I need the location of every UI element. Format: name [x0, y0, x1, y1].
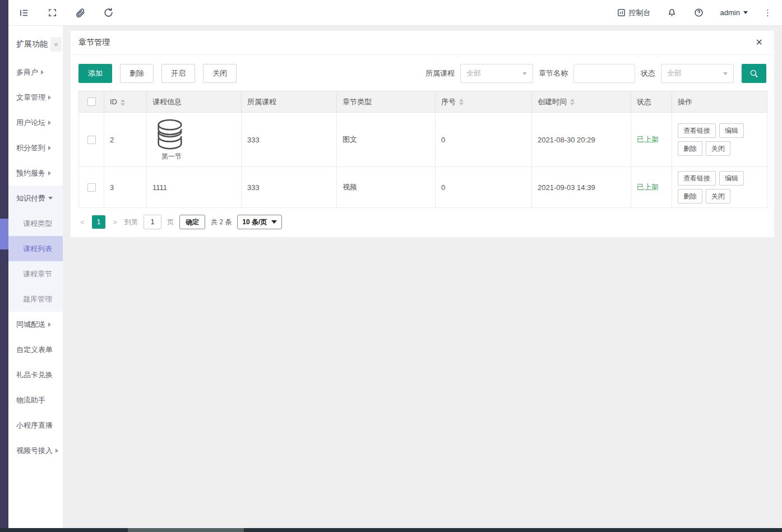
console-button[interactable]: 控制台	[617, 8, 651, 18]
status-filter-label: 状态	[641, 68, 655, 78]
horizontal-scrollbar-thumb[interactable]	[128, 528, 244, 532]
horizontal-scrollbar[interactable]	[0, 528, 782, 532]
sort-icon[interactable]	[121, 99, 125, 106]
col-course-info: 课程信息	[152, 98, 182, 106]
notification-bell-icon[interactable]	[667, 7, 678, 18]
prev-page-button[interactable]: <	[78, 218, 86, 226]
sort-icon[interactable]	[459, 99, 464, 105]
arrow-right-icon	[41, 70, 44, 75]
view-link-button[interactable]: 查看链接	[678, 123, 716, 138]
cell-id: 2	[104, 113, 147, 167]
link-icon[interactable]	[75, 7, 86, 18]
status-badge: 已上架	[637, 135, 659, 144]
cell-type: 图文	[337, 113, 436, 167]
delete-row-button[interactable]: 删除	[678, 189, 702, 203]
chevron-down-icon	[522, 72, 527, 75]
sidebar-item-gift-card[interactable]: 礼品卡兑换	[8, 362, 63, 387]
arrow-down-icon	[48, 197, 53, 200]
table-row: 2 第	[79, 113, 767, 167]
arrow-right-icon	[48, 171, 51, 175]
menu-fold-icon[interactable]	[18, 7, 30, 18]
arrow-right-icon	[48, 95, 51, 100]
sidebar-collapse-button[interactable]: «	[50, 37, 62, 52]
chapter-thumbnail-database-doodle	[154, 118, 186, 152]
sidebar-item-knowledge-pay[interactable]: 知识付费	[8, 186, 63, 211]
sidebar-item-multi-merchant[interactable]: 多商户	[8, 59, 63, 85]
search-button[interactable]	[742, 64, 766, 83]
left-rail	[0, 0, 8, 532]
view-link-button[interactable]: 查看链接	[678, 171, 716, 186]
chapter-management-panel: 章节管理 ✕ 添加 删除 开启 关闭 所属课程 全部 章节名称 状态 全部	[71, 31, 774, 237]
goto-label: 到第	[124, 218, 138, 227]
sidebar-item-miniapp-live[interactable]: 小程序直播	[8, 413, 63, 438]
sidebar-item-booking-service[interactable]: 预约服务	[8, 160, 63, 186]
col-seq: 序号	[441, 98, 456, 106]
sidebar-item-custom-form[interactable]: 自定义表单	[8, 337, 63, 362]
sidebar-subitem-question-bank[interactable]: 题库管理	[8, 286, 63, 312]
delete-row-button[interactable]: 删除	[678, 141, 702, 156]
user-menu[interactable]: admin	[720, 8, 748, 17]
total-count-label: 共 2 条	[211, 218, 232, 227]
col-ops: 操作	[678, 98, 692, 106]
close-icon[interactable]: ✕	[756, 38, 763, 47]
col-status: 状态	[637, 98, 651, 106]
help-icon[interactable]	[693, 7, 705, 18]
per-page-select[interactable]: 10 条/页	[237, 215, 282, 229]
sidebar-subitem-course-list[interactable]: 课程列表	[8, 236, 63, 261]
goto-page-input[interactable]	[144, 215, 161, 229]
sidebar-item-city-delivery[interactable]: 同城配送	[8, 312, 63, 337]
chapter-name-label: 章节名称	[539, 68, 568, 78]
add-button[interactable]: 添加	[78, 64, 112, 83]
chapter-name-input[interactable]	[573, 64, 635, 83]
current-page-button[interactable]: 1	[92, 215, 105, 229]
close-row-button[interactable]: 关闭	[706, 189, 730, 203]
sidebar-subitem-course-type[interactable]: 课程类型	[8, 211, 63, 236]
row-checkbox[interactable]	[87, 136, 96, 144]
topbar: 控制台 admin ⋮	[8, 0, 782, 26]
chevron-down-icon	[271, 220, 277, 224]
sidebar-item-logistics[interactable]: 物流助手	[8, 387, 63, 413]
sidebar-item-points-checkin[interactable]: 积分签到	[8, 135, 63, 160]
toolbar: 添加 删除 开启 关闭 所属课程 全部 章节名称 状态 全部	[71, 55, 774, 91]
arrow-right-icon	[55, 448, 58, 453]
delete-button[interactable]: 删除	[120, 64, 154, 83]
pagination: < 1 > 到第 页 确定 共 2 条 10 条/页	[78, 215, 766, 229]
row-checkbox[interactable]	[87, 183, 96, 192]
sidebar-item-article-mgmt[interactable]: 文章管理	[8, 85, 63, 110]
select-all-checkbox[interactable]	[87, 98, 96, 106]
cell-course: 333	[242, 113, 337, 167]
edit-button[interactable]: 编辑	[719, 123, 744, 138]
cell-created: 2021-08-30 20:29	[532, 113, 631, 167]
next-page-button[interactable]: >	[111, 218, 119, 226]
col-chapter-type: 章节类型	[343, 98, 372, 106]
col-course: 所属课程	[247, 98, 276, 106]
arrow-right-icon	[48, 121, 51, 125]
col-created: 创建时间	[538, 98, 567, 106]
edit-button[interactable]: 编辑	[719, 171, 744, 186]
search-icon	[749, 68, 759, 78]
course-filter-select[interactable]: 全部	[460, 64, 533, 83]
refresh-icon[interactable]	[103, 7, 114, 18]
cell-id: 3	[104, 167, 147, 208]
sidebar-subitem-course-chapter[interactable]: 课程章节	[8, 261, 63, 286]
enable-button[interactable]: 开启	[161, 64, 195, 83]
console-label: 控制台	[629, 8, 651, 18]
rail-scrollbar-thumb[interactable]	[0, 219, 8, 249]
cell-type: 视频	[337, 167, 436, 208]
fullscreen-icon[interactable]	[47, 7, 58, 18]
close-row-button[interactable]: 关闭	[706, 141, 730, 156]
sidebar-item-video-channel[interactable]: 视频号接入	[8, 438, 63, 463]
username: admin	[720, 8, 740, 17]
table-row: 3 1111 333 视频 0 2021-09-03 14:39 已上架 查看链…	[79, 167, 767, 208]
sort-icon[interactable]	[570, 99, 575, 105]
cell-course: 333	[242, 167, 337, 208]
arrow-right-icon	[48, 146, 51, 150]
sidebar-item-user-forum[interactable]: 用户论坛	[8, 110, 63, 135]
confirm-button[interactable]: 确定	[179, 215, 205, 229]
status-filter-select[interactable]: 全部	[661, 64, 734, 83]
chevron-down-icon	[743, 11, 748, 14]
disable-button[interactable]: 关闭	[203, 64, 237, 83]
sidebar-title: 扩展功能	[16, 39, 48, 49]
more-menu-icon[interactable]: ⋮	[764, 8, 772, 17]
cell-created: 2021-09-03 14:39	[532, 167, 631, 208]
